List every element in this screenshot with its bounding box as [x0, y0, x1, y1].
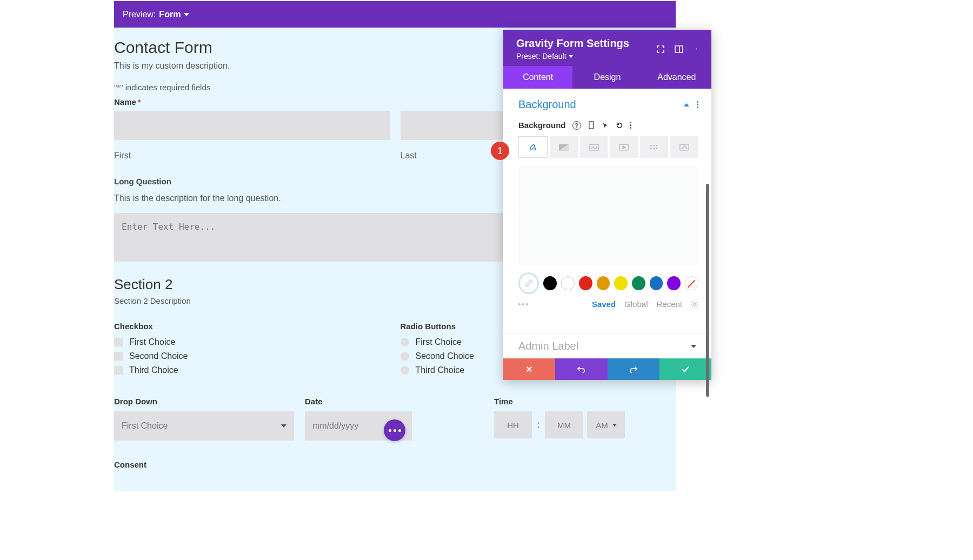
checkbox-choice[interactable]: Second Choice — [114, 351, 390, 361]
undo-button[interactable] — [555, 358, 607, 380]
background-preview[interactable] — [518, 166, 698, 265]
svg-rect-12 — [650, 148, 652, 149]
checkbox-icon — [114, 366, 123, 375]
dot-icon — [394, 429, 396, 432]
background-type-tabs — [518, 136, 698, 158]
more-icon[interactable] — [697, 101, 698, 108]
panel-preset-dropdown[interactable]: Preset: Default — [516, 52, 629, 61]
admin-label-text: Admin Label — [518, 340, 578, 352]
preview-label: Preview: — [123, 10, 156, 19]
panel-body: Background Background ? — [503, 89, 711, 318]
panel-tabs: Content Design Advanced — [503, 66, 711, 89]
dropdown-label: Drop Down — [114, 397, 294, 406]
date-label: Date — [305, 397, 483, 406]
phone-icon[interactable] — [588, 122, 595, 129]
time-mm-input[interactable]: MM — [545, 411, 583, 438]
swatch-white[interactable] — [561, 276, 575, 290]
preview-bar: Preview: Form — [114, 1, 676, 28]
dropdown-selected: First Choice — [122, 421, 168, 431]
admin-label-section[interactable]: Admin Label — [503, 334, 711, 358]
panel-scrollbar[interactable] — [706, 184, 709, 397]
consent-label: Consent — [114, 460, 676, 469]
panel-footer — [503, 358, 711, 380]
section-background-label[interactable]: Background — [518, 98, 576, 111]
tab-content[interactable]: Content — [503, 66, 572, 89]
checkbox-icon — [114, 338, 123, 346]
expand-icon[interactable] — [656, 45, 665, 54]
caret-down-icon — [612, 424, 617, 426]
background-option-label: Background — [518, 121, 566, 130]
gear-icon[interactable] — [691, 301, 698, 308]
hover-icon[interactable] — [602, 122, 609, 129]
bg-type-color[interactable] — [518, 136, 548, 158]
swatch-tab-recent[interactable]: Recent — [656, 299, 682, 309]
checkbox-choice[interactable]: Third Choice — [114, 365, 390, 375]
settings-panel: Gravity Form Settings Preset: Default — [503, 30, 711, 380]
bg-type-pattern[interactable] — [640, 136, 668, 158]
tab-design[interactable]: Design — [572, 66, 642, 89]
bg-type-image[interactable] — [580, 136, 608, 158]
confirm-button[interactable] — [659, 358, 711, 380]
swatch-green[interactable] — [632, 276, 645, 290]
more-icon[interactable] — [630, 122, 631, 129]
svg-rect-9 — [650, 145, 652, 146]
dropdown-select[interactable]: First Choice — [114, 411, 294, 441]
dot-icon — [389, 429, 391, 432]
checkbox-label: Checkbox — [114, 322, 390, 331]
swatch-black[interactable] — [543, 276, 557, 290]
panel-title: Gravity Form Settings — [516, 37, 629, 50]
svg-rect-11 — [656, 145, 658, 146]
chevron-down-icon — [691, 345, 696, 348]
caret-down-icon — [281, 424, 286, 428]
chevron-up-icon[interactable] — [684, 103, 689, 106]
redo-button[interactable] — [608, 358, 659, 380]
radio-icon — [401, 338, 409, 346]
svg-point-4 — [696, 50, 697, 50]
caret-down-icon — [569, 55, 573, 58]
bg-type-gradient[interactable] — [550, 136, 578, 158]
bg-type-mask[interactable] — [670, 136, 698, 158]
checkbox-icon — [114, 352, 123, 361]
swatch-red[interactable] — [579, 276, 592, 290]
svg-rect-14 — [656, 148, 658, 149]
swatch-purple[interactable] — [667, 276, 681, 290]
swatch-blue[interactable] — [650, 276, 663, 290]
more-swatches-icon[interactable] — [518, 303, 528, 305]
swatch-yellow[interactable] — [614, 276, 628, 290]
more-icon[interactable] — [693, 45, 702, 54]
swatch-none[interactable] — [685, 276, 698, 290]
swatch-orange[interactable] — [597, 276, 610, 290]
time-ampm-select[interactable]: AM — [587, 411, 625, 438]
svg-rect-10 — [653, 145, 655, 146]
color-picker-button[interactable] — [518, 272, 539, 294]
first-name-sublabel: First — [114, 151, 390, 161]
color-swatch-row — [518, 272, 698, 294]
reset-icon[interactable] — [616, 122, 623, 129]
svg-point-3 — [696, 49, 697, 49]
dot-icon — [398, 429, 401, 432]
panel-header: Gravity Form Settings Preset: Default — [503, 30, 711, 66]
preview-value-dropdown[interactable]: Form — [159, 10, 189, 19]
close-button[interactable] — [503, 358, 555, 380]
panel-layout-icon[interactable] — [675, 45, 683, 54]
svg-rect-0 — [675, 46, 683, 52]
svg-rect-13 — [653, 148, 655, 149]
time-label: Time — [494, 397, 676, 406]
preview-value-text: Form — [159, 10, 181, 19]
help-icon[interactable]: ? — [572, 121, 581, 130]
swatch-tab-global[interactable]: Global — [624, 299, 648, 309]
tab-advanced[interactable]: Advanced — [642, 66, 711, 89]
svg-point-2 — [696, 48, 697, 49]
checkbox-choice[interactable]: First Choice — [114, 337, 390, 347]
background-option-row: Background ? — [518, 121, 698, 130]
time-hh-input[interactable]: HH — [494, 411, 532, 438]
svg-point-16 — [694, 303, 696, 305]
first-name-input[interactable] — [114, 111, 390, 140]
radio-icon — [401, 352, 409, 361]
bg-type-video[interactable] — [610, 136, 638, 158]
svg-rect-15 — [680, 144, 689, 150]
svg-rect-5 — [589, 122, 593, 129]
annotation-badge-1: 1 — [491, 142, 509, 160]
module-options-fab[interactable] — [384, 419, 405, 441]
swatch-tab-saved[interactable]: Saved — [592, 299, 616, 309]
